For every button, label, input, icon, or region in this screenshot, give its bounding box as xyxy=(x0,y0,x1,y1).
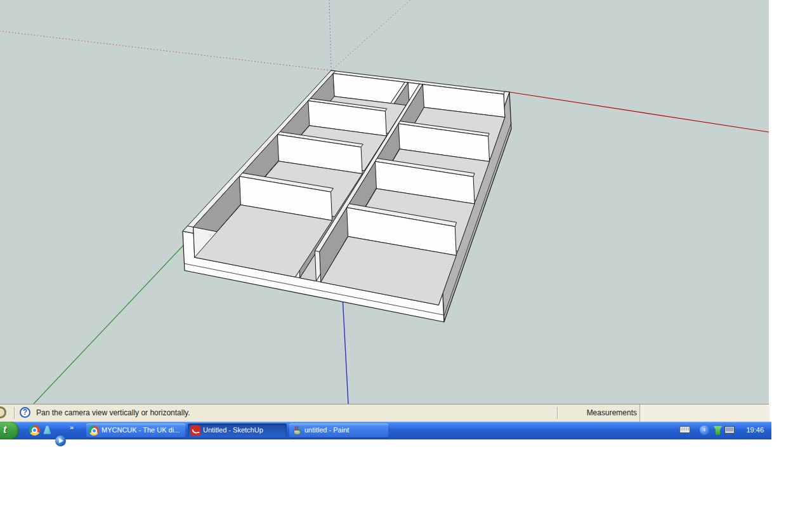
tray-collapse-chevron-icon[interactable]: ‹ xyxy=(700,425,709,435)
statusbar-separator xyxy=(14,407,15,419)
keyboard-layout-icon[interactable] xyxy=(679,426,690,433)
sketchup-icon xyxy=(190,425,200,436)
quicklaunch-mediaplayer-icon[interactable] xyxy=(55,436,66,446)
taskbar-button-sketchup[interactable]: Untitled - SketchUp xyxy=(188,424,287,438)
system-tray: ‹ 19:46 xyxy=(761,422,771,439)
quicklaunch-sketch-icon[interactable] xyxy=(42,425,53,436)
measurements-value-box[interactable] xyxy=(639,404,769,422)
sketchup-viewport[interactable] xyxy=(0,0,769,404)
taskbar-button-browser[interactable]: MYCNCUK - The UK di... xyxy=(86,424,185,438)
measurements-label: Measurements xyxy=(558,408,637,417)
taskbar-button-label: Untitled - SketchUp xyxy=(203,426,263,434)
tray-clock[interactable]: 19:46 xyxy=(746,426,764,434)
tray-network-monitor-icon[interactable] xyxy=(724,426,735,434)
taskbar-button-label: untitled - Paint xyxy=(304,426,349,434)
taskbar: t » MYCNCUK - The UK di... Untitled - Sk… xyxy=(0,422,771,439)
screenshot-region: ? Pan the camera view vertically or hori… xyxy=(0,0,771,439)
taskbar-button-paint[interactable]: untitled - Paint xyxy=(289,424,388,438)
paint-canvas-page: ? Pan the camera view vertically or hori… xyxy=(0,0,812,508)
start-button[interactable]: t xyxy=(0,422,19,439)
status-bar: ? Pan the camera view vertically or hori… xyxy=(0,404,769,422)
model-scene xyxy=(0,0,769,404)
quicklaunch-overflow-chevron[interactable]: » xyxy=(70,424,74,431)
chrome-icon xyxy=(89,425,99,436)
quicklaunch-chrome-icon[interactable] xyxy=(29,425,40,436)
statusbar-separator-2 xyxy=(557,407,558,419)
tray-green-status-icon[interactable] xyxy=(714,426,722,435)
toolbar-partial-icon xyxy=(0,406,6,418)
paint-icon xyxy=(292,425,302,436)
taskbar-button-label: MYCNCUK - The UK di... xyxy=(102,426,180,434)
status-hint-text: Pan the camera view vertically or horizo… xyxy=(36,408,190,417)
help-question-icon[interactable]: ? xyxy=(20,407,30,418)
